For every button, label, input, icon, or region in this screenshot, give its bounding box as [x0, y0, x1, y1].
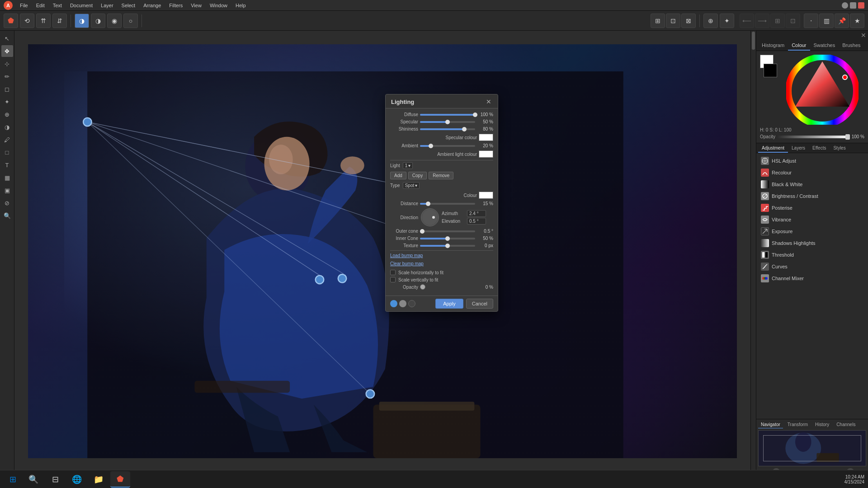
scale-horizontal-checkbox[interactable]: [390, 270, 396, 275]
nav-tab-channels[interactable]: Channels: [834, 421, 858, 428]
menu-view[interactable]: View: [187, 2, 205, 9]
background-swatch[interactable]: [764, 64, 777, 77]
panel-close-button[interactable]: ✕: [861, 32, 866, 39]
direction-dial[interactable]: [421, 208, 439, 226]
view-star[interactable]: ★: [850, 14, 864, 28]
history-fwd[interactable]: ⟶: [755, 14, 769, 28]
tab-brushes[interactable]: Brushes: [839, 41, 864, 51]
menu-layer[interactable]: Layer: [97, 2, 117, 9]
tool-zoom[interactable]: 🔍: [1, 210, 13, 221]
adj-shadows-highlights[interactable]: Shadows Highlights: [758, 237, 866, 249]
toolbar-colors[interactable]: ◉: [107, 14, 122, 28]
cancel-button[interactable]: Cancel: [466, 299, 493, 309]
adj-brightness[interactable]: Brightness / Contrast: [758, 190, 866, 202]
inner-cone-thumb[interactable]: [445, 236, 450, 241]
remove-light-button[interactable]: Remove: [429, 172, 453, 179]
start-button[interactable]: ⊞: [4, 472, 22, 487]
tab-adjustment[interactable]: Adjustment: [758, 144, 788, 153]
history-more[interactable]: ⊞: [770, 14, 785, 28]
diffuse-slider[interactable]: [420, 114, 475, 116]
diffuse-thumb[interactable]: [473, 113, 477, 117]
tool-pen[interactable]: 🖊: [1, 134, 13, 145]
footer-icon-1[interactable]: [390, 300, 397, 307]
elevation-input[interactable]: [467, 218, 486, 225]
pixel-btn[interactable]: ⊠: [681, 14, 696, 28]
tab-colour[interactable]: Colour: [788, 41, 810, 51]
texture-thumb[interactable]: [445, 244, 450, 248]
distance-slider[interactable]: [420, 203, 475, 205]
specular-colour-swatch[interactable]: [479, 134, 493, 141]
view-panel[interactable]: ▥: [819, 14, 834, 28]
load-bump-map-button[interactable]: Load bump map: [390, 253, 423, 258]
tool-move[interactable]: ✥: [1, 45, 13, 57]
taskbar-edge[interactable]: 🌐: [67, 471, 87, 488]
adj-black-white[interactable]: Black & White: [758, 178, 866, 190]
history-back[interactable]: ⟵: [740, 14, 754, 28]
tool-shape[interactable]: □: [1, 146, 13, 158]
vertical-scrollbar[interactable]: [750, 31, 756, 472]
dialog-close-button[interactable]: ✕: [485, 98, 492, 105]
toolbar-export[interactable]: ⇈: [36, 14, 51, 28]
nav-tab-history[interactable]: History: [812, 421, 832, 428]
window-maximize[interactable]: [850, 2, 856, 9]
snap-btn[interactable]: ⊕: [703, 14, 718, 28]
tool-clone[interactable]: ⊕: [1, 108, 13, 120]
tool-text[interactable]: T: [1, 159, 13, 171]
ambient-light-colour-swatch[interactable]: [479, 150, 493, 158]
marquee-btn[interactable]: ⊡: [666, 14, 680, 28]
footer-icon-2[interactable]: [399, 300, 406, 307]
toolbar-blend-mode[interactable]: ◑: [75, 14, 89, 28]
ambient-slider[interactable]: [420, 145, 475, 147]
tab-swatches[interactable]: Swatches: [810, 41, 839, 51]
light-colour-swatch[interactable]: [479, 192, 493, 199]
adj-posterise[interactable]: Posterise: [758, 202, 866, 214]
tool-brush[interactable]: ✏: [1, 70, 13, 82]
azimuth-input[interactable]: [467, 210, 486, 217]
adj-channel-mixer[interactable]: Channel Mixer: [758, 272, 866, 284]
inner-cone-slider[interactable]: [420, 238, 475, 239]
toolbar-contrast[interactable]: ◑: [91, 14, 105, 28]
nav-tab-transform[interactable]: Transform: [785, 421, 811, 428]
canvas-view[interactable]: Lighting ✕ Diffuse 100 %: [14, 31, 750, 472]
view-pin[interactable]: 📌: [835, 14, 849, 28]
color-wheel-svg[interactable]: [786, 55, 859, 125]
view-arrange[interactable]: ⬝: [804, 14, 818, 28]
texture-slider[interactable]: [420, 245, 475, 247]
ambient-thumb[interactable]: [429, 144, 433, 148]
adj-threshold[interactable]: Threshold: [758, 249, 866, 261]
tool-pointer[interactable]: ↖: [1, 33, 13, 44]
taskbar-search[interactable]: 🔍: [24, 471, 43, 488]
taskbar-affinity[interactable]: ⬟: [110, 471, 130, 488]
window-minimize[interactable]: [842, 2, 848, 9]
add-light-button[interactable]: Add: [390, 172, 406, 179]
menu-help[interactable]: Help: [232, 2, 250, 9]
prefs-btn[interactable]: ✦: [720, 14, 734, 28]
tool-color-picker[interactable]: ⊘: [1, 197, 13, 209]
grid-btn[interactable]: ⊞: [651, 14, 665, 28]
outer-cone-slider[interactable]: [420, 230, 475, 232]
tab-effects[interactable]: Effects: [809, 144, 830, 153]
tab-styles[interactable]: Styles: [830, 144, 849, 153]
scale-vertical-checkbox[interactable]: [390, 277, 396, 282]
toolbar-share[interactable]: ⇵: [52, 14, 67, 28]
specular-thumb[interactable]: [445, 120, 450, 124]
tool-eraser[interactable]: ◻: [1, 83, 13, 95]
distance-thumb[interactable]: [426, 202, 430, 206]
menu-text[interactable]: Text: [49, 2, 66, 9]
menu-edit[interactable]: Edit: [33, 2, 48, 9]
adj-vibrance[interactable]: Vibrance: [758, 214, 866, 225]
opacity-slider-thumb[interactable]: [845, 134, 850, 140]
adj-recolour[interactable]: Recolour: [758, 167, 866, 178]
toolbar-affinity-home[interactable]: ⬟: [4, 14, 18, 28]
footer-icon-3[interactable]: [408, 300, 415, 307]
toolbar-sync[interactable]: ⟲: [20, 14, 34, 28]
menu-window[interactable]: Window: [206, 2, 231, 9]
menu-select[interactable]: Select: [118, 2, 139, 9]
clear-bump-map-button[interactable]: Clear bump map: [390, 261, 424, 266]
nav-tab-navigator[interactable]: Navigator: [758, 421, 783, 428]
menu-arrange[interactable]: Arrange: [140, 2, 165, 9]
tool-dodge[interactable]: ◑: [1, 121, 13, 133]
tool-fill[interactable]: ▣: [1, 184, 13, 196]
taskbar-explorer[interactable]: 📁: [89, 471, 108, 488]
apply-button[interactable]: Apply: [435, 299, 463, 309]
